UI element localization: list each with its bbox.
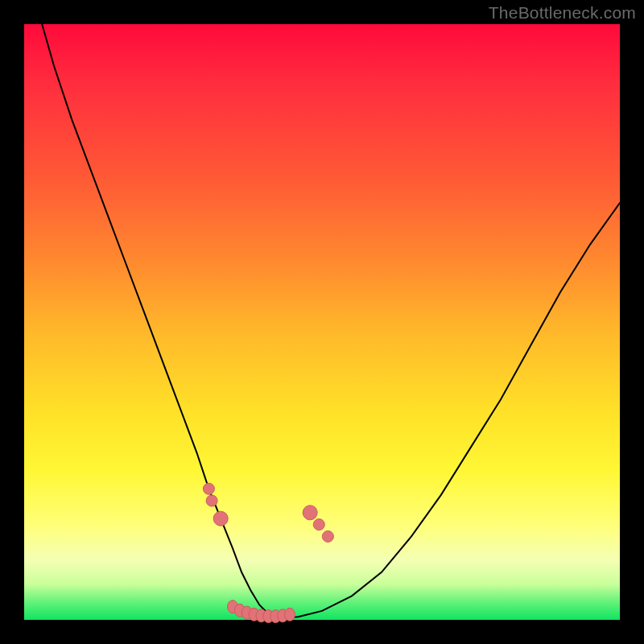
markers-right: [303, 506, 333, 543]
marker-dot: [213, 511, 228, 526]
watermark-text: TheBottleneck.com: [489, 3, 636, 23]
chart-frame: TheBottleneck.com: [0, 0, 644, 644]
marker-dot: [206, 495, 217, 506]
marker-dot: [313, 519, 324, 530]
markers-left: [203, 483, 228, 526]
plot-area: [24, 24, 620, 620]
marker-dot: [303, 506, 317, 520]
bottleneck-curve: [42, 24, 620, 618]
marker-dot: [203, 483, 214, 494]
markers-bottom: [228, 601, 295, 623]
chart-svg: [24, 24, 620, 620]
marker-pill: [285, 608, 295, 621]
marker-dot: [322, 530, 333, 542]
